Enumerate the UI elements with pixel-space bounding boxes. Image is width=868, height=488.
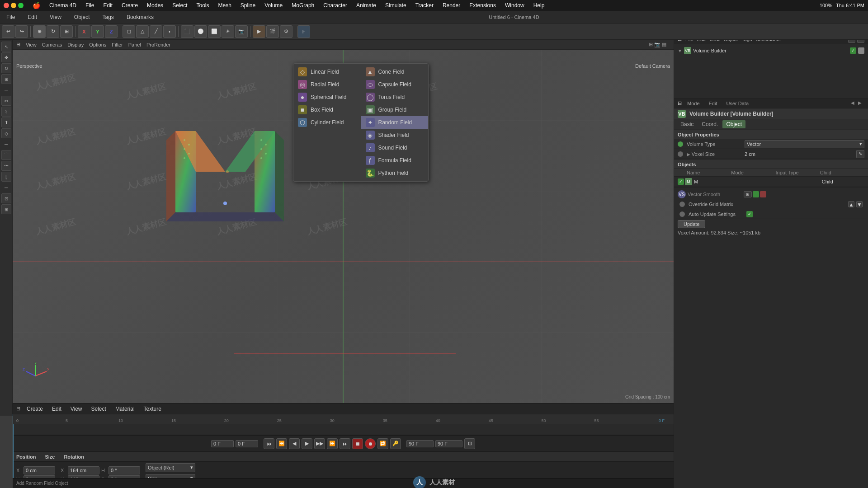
field-python[interactable]: 🐍 Python Field	[361, 167, 429, 179]
fps-input[interactable]	[435, 440, 462, 447]
update-button[interactable]: Update	[678, 220, 705, 228]
sidebar-snapping[interactable]: ⊡	[1, 193, 11, 203]
menu-window[interactable]: Window	[503, 2, 526, 9]
c4d-menu-bookmarks[interactable]: Bookmarks	[124, 13, 156, 21]
menu-select[interactable]: Select	[170, 2, 189, 9]
play-button[interactable]: ▶	[302, 438, 312, 449]
toolbar-z-axis[interactable]: Z	[105, 25, 118, 38]
mat-select[interactable]: Select	[89, 405, 109, 413]
tab-edit[interactable]: Edit	[705, 100, 721, 107]
toolbar-camera[interactable]: 📷	[235, 25, 248, 38]
toolbar-y-axis[interactable]: Y	[91, 25, 104, 38]
tree-item-volume-builder[interactable]: ▼ VB Volume Builder ✓	[676, 46, 866, 55]
field-box[interactable]: ■ Box Field	[293, 103, 361, 116]
size-x-input[interactable]	[68, 466, 99, 474]
viewport-menu-panel[interactable]: Panel	[128, 42, 141, 47]
menu-create[interactable]: Create	[120, 2, 140, 9]
rot-h-input[interactable]	[108, 466, 140, 474]
tab-basic[interactable]: Basic	[677, 120, 697, 128]
sidebar-extrude[interactable]: ⬆	[1, 117, 11, 127]
coord-type-dropdown[interactable]: Object (Rel) ▾	[146, 463, 195, 472]
row-checkbox[interactable]: ✓	[678, 178, 685, 185]
pos-x-input[interactable]	[24, 466, 55, 474]
menu-volume[interactable]: Volume	[263, 2, 284, 9]
c4d-menu-file[interactable]: File	[4, 13, 18, 21]
menu-file[interactable]: File	[84, 2, 96, 9]
mat-material[interactable]: Material	[113, 405, 137, 413]
viewport-menu-cameras[interactable]: Cameras	[42, 42, 62, 47]
prev-key-button[interactable]: ⏪	[276, 438, 287, 449]
mat-view[interactable]: View	[68, 405, 85, 413]
tab-coord[interactable]: Coord.	[698, 120, 722, 128]
loop-button[interactable]: 🔁	[377, 438, 388, 449]
toolbar-sphere[interactable]: ⚪	[194, 25, 207, 38]
viewport-menu-editor[interactable]: ⊟	[16, 42, 20, 47]
auto-key-button[interactable]: 🔑	[390, 438, 401, 449]
sidebar-spline2[interactable]: 〜	[1, 161, 11, 171]
menu-simulate[interactable]: Simulate	[383, 2, 408, 9]
c4d-menu-edit[interactable]: Edit	[25, 13, 40, 21]
obj-enable-checkbox[interactable]: ✓	[850, 47, 856, 54]
timeline-track[interactable]	[13, 424, 674, 435]
menu-tools[interactable]: Tools	[194, 2, 211, 9]
menu-render[interactable]: Render	[441, 2, 462, 9]
props-back-btn[interactable]: ◀	[851, 100, 857, 107]
step-back-button[interactable]: ◀	[289, 438, 300, 449]
voxel-size-edit-btn[interactable]: ✎	[856, 150, 864, 158]
mat-edit[interactable]: Edit	[49, 405, 64, 413]
menu-animate[interactable]: Animate	[354, 2, 378, 9]
next-key-button[interactable]: ⏩	[327, 438, 338, 449]
toolbar-redo[interactable]: ↪	[15, 25, 28, 38]
alt-frame-input[interactable]	[236, 440, 258, 447]
field-torus[interactable]: ◯ Torus Field	[361, 91, 429, 103]
field-formula[interactable]: ƒ Formula Field	[361, 154, 429, 167]
menu-spline[interactable]: Spline	[239, 2, 257, 9]
toolbar-undo[interactable]: ↩	[2, 25, 14, 38]
menu-tracker[interactable]: Tracker	[414, 2, 435, 9]
toolbar-move[interactable]: ⊕	[33, 25, 46, 38]
menu-mesh[interactable]: Mesh	[217, 2, 233, 9]
volume-type-dropdown[interactable]: Vector ▾	[745, 140, 864, 148]
apple-menu[interactable]: 🍎	[33, 2, 40, 9]
field-sound[interactable]: ♪ Sound Field	[361, 141, 429, 154]
toolbar-scale[interactable]: ⊞	[60, 25, 73, 38]
field-group[interactable]: ▣ Group Field	[361, 103, 429, 116]
viewport-menu-display[interactable]: Display	[67, 42, 84, 47]
auto-update-checkbox[interactable]: ✓	[746, 211, 753, 217]
toolbar-point-mode[interactable]: •	[163, 25, 176, 38]
toolbar-x-axis[interactable]: X	[78, 25, 90, 38]
obj-lock-btn[interactable]	[858, 47, 864, 54]
sidebar-bevel[interactable]: ◇	[1, 128, 11, 138]
toolbar-cylinder[interactable]: ⬜	[208, 25, 221, 38]
vs-btn1[interactable]: ⊞	[744, 191, 752, 197]
menu-edit[interactable]: Edit	[101, 2, 114, 9]
record-stop-button[interactable]: ⏹	[352, 438, 363, 449]
object-tree[interactable]: ▼ VB Volume Builder ✓	[674, 44, 868, 99]
menu-help[interactable]: Help	[532, 2, 547, 9]
tab-object[interactable]: Object	[722, 120, 745, 128]
field-linear[interactable]: ◇ Linear Field	[293, 66, 361, 78]
menu-cinema4d[interactable]: Cinema 4D	[47, 2, 78, 9]
mat-create[interactable]: Create	[24, 405, 46, 413]
sidebar-grid[interactable]: ⊞	[1, 204, 11, 214]
props-forward-btn[interactable]: ▶	[858, 100, 864, 107]
mat-texture[interactable]: Texture	[141, 405, 164, 413]
field-cylinder[interactable]: ⬡ Cylinder Field	[293, 116, 361, 129]
toolbar-edge-mode[interactable]: ╱	[150, 25, 162, 38]
toolbar-field-btn[interactable]: F	[297, 25, 310, 38]
menu-mograph[interactable]: MoGraph	[290, 2, 316, 9]
viewport-menu-filter[interactable]: Filter	[112, 42, 123, 47]
toolbar-obj-mode[interactable]: ◻	[123, 25, 135, 38]
sidebar-deform[interactable]: ⌊	[1, 172, 11, 182]
record-button[interactable]: ⏺	[365, 438, 376, 449]
menu-character[interactable]: Character	[321, 2, 349, 9]
current-frame-input[interactable]	[211, 440, 234, 447]
menu-extensions[interactable]: Extensions	[467, 2, 498, 9]
viewport-menu-view[interactable]: View	[26, 42, 37, 47]
play-forward-button[interactable]: ▶▶	[314, 438, 325, 449]
close-button[interactable]	[4, 3, 9, 8]
extra-playback-btn[interactable]: ⊡	[464, 438, 475, 449]
toolbar-render-view[interactable]: 🎬	[266, 25, 279, 38]
sidebar-select[interactable]: ↖	[1, 42, 11, 52]
field-capsule[interactable]: ⬭ Capsule Field	[361, 78, 429, 91]
